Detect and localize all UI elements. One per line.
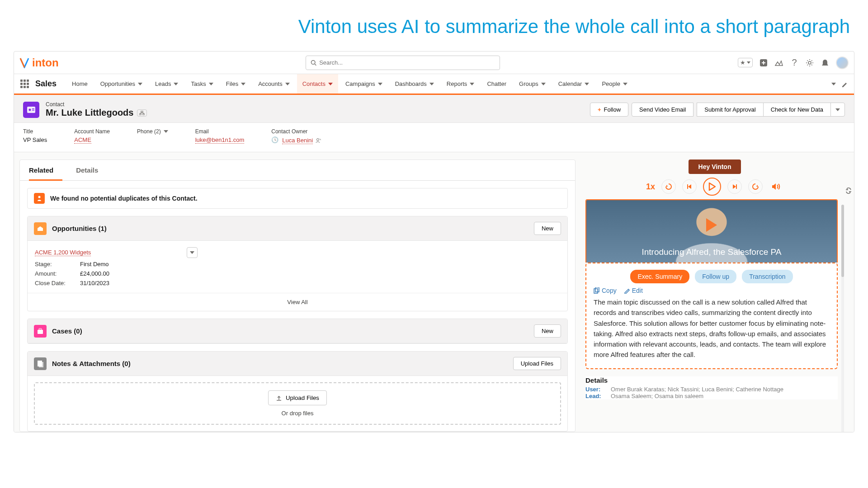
hierarchy-icon[interactable] xyxy=(137,109,147,117)
plus-icon[interactable] xyxy=(759,58,768,67)
title-label: Title xyxy=(23,128,47,135)
account-link[interactable]: ACME xyxy=(74,136,91,144)
favorites-icon[interactable]: ★ xyxy=(738,58,753,67)
phone-dropdown[interactable]: Phone (2) xyxy=(137,128,168,135)
avatar[interactable] xyxy=(836,56,849,69)
svg-rect-18 xyxy=(736,184,737,189)
play-button[interactable] xyxy=(703,178,721,196)
record-fields: TitleVP Sales Account NameACME Phone (2)… xyxy=(14,123,854,152)
nav-leads[interactable]: Leads xyxy=(150,74,184,94)
app-frame: inton ★ ? Sales Home Opp xyxy=(14,51,854,432)
duplicate-icon xyxy=(34,193,45,204)
owner-avatar-icon: 🕓 xyxy=(271,136,279,145)
nav-chatter[interactable]: Chatter xyxy=(481,74,512,94)
svg-rect-19 xyxy=(594,289,598,293)
record-header: Contact Mr. Luke Littlegoods +Follow Sen… xyxy=(14,95,854,123)
nav-opportunities[interactable]: Opportunities xyxy=(95,74,148,94)
search-box[interactable] xyxy=(306,56,500,70)
tab-transcription[interactable]: Transcription xyxy=(742,270,793,283)
more-actions-button[interactable] xyxy=(830,103,845,117)
cases-card: Cases (0) New xyxy=(27,319,568,344)
tab-exec-summary[interactable]: Exec. Summary xyxy=(630,270,689,283)
nav-contacts[interactable]: Contacts xyxy=(297,74,338,95)
forward-button[interactable] xyxy=(748,179,763,194)
opportunities-title: Opportunities (1) xyxy=(52,225,107,232)
scrollbar[interactable] xyxy=(841,205,844,432)
upload-dropzone[interactable]: Upload Files Or drop files xyxy=(34,382,561,425)
copy-button[interactable]: Copy xyxy=(594,287,617,294)
owner-link[interactable]: Luca Benini xyxy=(282,137,313,144)
nav-reports[interactable]: Reports xyxy=(441,74,480,94)
logo[interactable]: inton xyxy=(19,56,59,69)
tab-follow-up[interactable]: Follow up xyxy=(695,270,736,283)
lead-label: Lead: xyxy=(585,393,606,399)
help-icon[interactable]: ? xyxy=(790,58,799,67)
svg-point-11 xyxy=(317,139,319,141)
tab-details[interactable]: Details xyxy=(76,160,107,180)
svg-rect-6 xyxy=(32,108,34,109)
nav-accounts[interactable]: Accounts xyxy=(253,74,295,94)
email-link[interactable]: luke@ben1n1.com xyxy=(195,136,245,144)
new-opportunity-button[interactable]: New xyxy=(534,222,561,235)
summary-box: Exec. Summary Follow up Transcription Co… xyxy=(585,263,838,369)
prev-button[interactable] xyxy=(682,179,697,194)
notes-card: Notes & Attachments (0) Upload Files Upl… xyxy=(27,351,568,432)
duplicate-banner: We found no potential duplicates of this… xyxy=(27,188,568,209)
nav-dashboards[interactable]: Dashboards xyxy=(390,74,439,94)
tab-related[interactable]: Related xyxy=(29,160,62,181)
stage-value: First Demo xyxy=(80,261,109,267)
nav-campaigns[interactable]: Campaigns xyxy=(340,74,388,94)
contact-icon xyxy=(23,102,39,118)
email-label: Email xyxy=(195,128,245,135)
svg-point-3 xyxy=(808,61,811,64)
view-all-link[interactable]: View All xyxy=(28,293,567,311)
nav-home[interactable]: Home xyxy=(66,74,93,94)
nav-bar: Sales Home Opportunities Leads Tasks Fil… xyxy=(14,74,854,95)
playback-speed[interactable]: 1x xyxy=(646,182,655,192)
submit-approval-button[interactable]: Submit for Approval xyxy=(697,103,763,117)
upload-icon xyxy=(276,395,282,401)
upload-files-inner-button[interactable]: Upload Files xyxy=(268,390,327,405)
nav-more-icon[interactable] xyxy=(831,83,836,85)
nav-calendar[interactable]: Calendar xyxy=(553,74,595,94)
vinton-panel: Hey Vinton 1x Introducing Alfred, the Sa… xyxy=(579,160,850,432)
nav-groups[interactable]: Groups xyxy=(514,74,551,94)
svg-rect-7 xyxy=(32,110,34,111)
search-input[interactable] xyxy=(319,59,495,66)
next-button[interactable] xyxy=(727,179,742,194)
nav-files[interactable]: Files xyxy=(221,74,251,94)
change-owner-icon[interactable] xyxy=(316,138,321,143)
headline: Vinton uses AI to summarize the whole ca… xyxy=(0,0,868,51)
pencil-icon[interactable] xyxy=(841,81,848,87)
notes-title: Notes & Attachments (0) xyxy=(52,360,131,367)
opportunities-card: Opportunities (1) New ACME 1,200 Widgets… xyxy=(27,216,568,311)
user-value: Omer Burak Karatas; Nick Tassini; Luca B… xyxy=(611,386,783,393)
refresh-icon[interactable] xyxy=(845,188,852,194)
nav-tasks[interactable]: Tasks xyxy=(185,74,218,94)
trail-icon[interactable] xyxy=(774,58,783,67)
rewind-button[interactable] xyxy=(661,179,676,194)
new-case-button[interactable]: New xyxy=(534,324,561,338)
app-launcher-icon[interactable] xyxy=(20,80,29,88)
cases-title: Cases (0) xyxy=(52,327,82,335)
video-caption: Introducing Alfred, the Salesforce PA xyxy=(586,247,837,257)
opportunity-menu-button[interactable] xyxy=(187,247,198,258)
volume-button[interactable] xyxy=(769,179,783,194)
svg-point-0 xyxy=(311,60,315,64)
details-heading: Details xyxy=(585,376,838,384)
hey-vinton-button[interactable]: Hey Vinton xyxy=(689,160,741,174)
video-thumbnail[interactable]: Introducing Alfred, the Salesforce PA xyxy=(585,199,838,263)
send-video-email-button[interactable]: Send Video Email xyxy=(632,103,693,117)
search-icon xyxy=(311,60,316,66)
gear-icon[interactable] xyxy=(805,58,814,67)
svg-point-5 xyxy=(29,108,31,111)
nav-people[interactable]: People xyxy=(596,74,632,94)
check-data-button[interactable]: Check for New Data xyxy=(763,103,831,117)
follow-button[interactable]: +Follow xyxy=(590,103,628,117)
player-controls: 1x xyxy=(579,178,850,196)
bell-icon[interactable] xyxy=(821,58,830,67)
edit-button[interactable]: Edit xyxy=(624,287,643,294)
svg-rect-9 xyxy=(139,114,141,115)
opportunity-link[interactable]: ACME 1,200 Widgets xyxy=(35,249,91,256)
upload-files-button[interactable]: Upload Files xyxy=(513,357,561,370)
